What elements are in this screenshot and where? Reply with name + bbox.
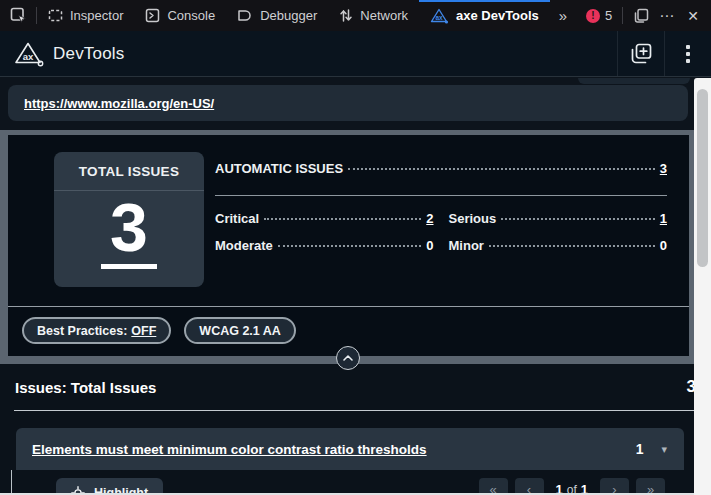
summary-panel: TOTAL ISSUES 3 AUTOMATIC ISSUES 3 Criti xyxy=(8,135,689,356)
tab-label: Debugger xyxy=(260,8,317,23)
tabbar-divider xyxy=(622,7,623,24)
summary-breakdown: AUTOMATIC ISSUES 3 Critical 2 Serious xyxy=(215,161,667,258)
element-picker-icon xyxy=(10,7,27,24)
standards-pills: Best Practices: OFF WCAG 2.1 AA xyxy=(22,317,296,344)
issue-row[interactable]: Elements must meet minimum color contras… xyxy=(16,428,684,470)
scrollbar-thumb[interactable] xyxy=(697,89,708,267)
kebab-menu-icon xyxy=(685,44,691,64)
issues-header: Issues: Total Issues 3 xyxy=(0,364,711,410)
severity-label: Critical xyxy=(215,211,259,226)
tab-inspector[interactable]: Inspector xyxy=(37,0,134,31)
panel-title: DevTools xyxy=(53,44,125,64)
collapse-summary-button[interactable] xyxy=(336,346,360,370)
dot-leader xyxy=(489,245,655,247)
dot-leader xyxy=(264,218,421,220)
best-practices-label: Best Practices: xyxy=(37,324,127,338)
best-practices-value: OFF xyxy=(131,324,156,338)
tab-overflow-button[interactable]: » xyxy=(550,7,575,24)
tab-label: Console xyxy=(167,8,215,23)
pills-divider xyxy=(8,306,689,307)
total-issues-card: TOTAL ISSUES 3 xyxy=(54,152,204,287)
scanned-url-card: https://www.mozilla.org/en-US/ xyxy=(8,85,688,121)
scrollbar-track[interactable] xyxy=(694,78,711,495)
severity-label: Minor xyxy=(449,238,484,253)
issues-heading: Issues: Total Issues xyxy=(15,379,156,396)
severity-label: Serious xyxy=(449,211,497,226)
console-icon xyxy=(145,8,160,23)
devtools-window: Inspector Console Debugger Network xyxy=(0,0,711,495)
severity-value: 0 xyxy=(660,238,667,253)
severity-row-moderate: Moderate 0 xyxy=(215,238,434,258)
severity-value: 0 xyxy=(426,238,433,253)
scanned-url-link[interactable]: https://www.mozilla.org/en-US/ xyxy=(24,96,214,111)
add-page-icon xyxy=(629,42,653,66)
issues-header-divider xyxy=(14,410,697,411)
error-count-badge[interactable]: ! 5 xyxy=(586,8,612,23)
tab-console[interactable]: Console xyxy=(134,0,226,31)
total-issues-label: TOTAL ISSUES xyxy=(54,152,204,191)
wcag-pill[interactable]: WCAG 2.1 AA xyxy=(184,317,296,344)
tab-label: Inspector xyxy=(70,8,123,23)
automatic-issues-value-link[interactable]: 3 xyxy=(660,161,667,176)
split-console-icon xyxy=(633,8,649,24)
automatic-issues-row: AUTOMATIC ISSUES 3 xyxy=(215,161,667,181)
wcag-label: WCAG 2.1 AA xyxy=(199,324,281,338)
axe-logo-icon: ax xyxy=(14,41,44,67)
tab-axe-devtools[interactable]: ax axe DevTools xyxy=(419,0,550,31)
error-icon: ! xyxy=(586,9,600,23)
summary-frame: TOTAL ISSUES 3 AUTOMATIC ISSUES 3 Criti xyxy=(0,130,694,364)
expand-caret-icon[interactable]: ▾ xyxy=(661,443,667,456)
options-menu-button[interactable] xyxy=(665,31,711,76)
issue-count: 1 xyxy=(636,441,644,457)
issue-detail-area: Highlight « ‹ 1 of 1 › » xyxy=(11,470,689,495)
devtools-tabbar: Inspector Console Debugger Network xyxy=(0,0,711,31)
network-icon xyxy=(339,8,353,23)
automatic-issues-label: AUTOMATIC ISSUES xyxy=(215,161,343,176)
severity-row-minor: Minor 0 xyxy=(449,238,668,258)
severity-row-serious: Serious 1 xyxy=(449,211,668,231)
breakdown-divider xyxy=(215,195,667,196)
dot-leader xyxy=(278,245,421,247)
tab-label: axe DevTools xyxy=(456,8,539,23)
element-picker-button[interactable] xyxy=(0,0,36,31)
split-console-button[interactable] xyxy=(633,8,649,24)
dot-leader xyxy=(348,168,655,170)
severity-row-critical: Critical 2 xyxy=(215,211,434,231)
axe-logo-icon: ax xyxy=(430,8,449,24)
tab-debugger[interactable]: Debugger xyxy=(226,0,328,31)
dot-leader xyxy=(501,218,655,220)
svg-text:ax: ax xyxy=(23,51,34,62)
scrolled-button-remnant xyxy=(578,78,690,84)
debugger-icon xyxy=(237,8,253,23)
severity-value-link[interactable]: 2 xyxy=(426,211,433,226)
best-practices-pill[interactable]: Best Practices: OFF xyxy=(22,317,171,344)
issue-title-link[interactable]: Elements must meet minimum color contras… xyxy=(32,442,427,457)
tabbar-right-controls: ! 5 ⋯ ✕ xyxy=(586,7,711,25)
inspector-icon xyxy=(48,8,63,23)
severity-label: Moderate xyxy=(215,238,273,253)
chevron-up-icon xyxy=(342,354,354,362)
axe-header: ax DevTools xyxy=(0,31,711,77)
close-devtools-button[interactable]: ✕ xyxy=(685,8,701,24)
total-issues-value-link[interactable]: 3 xyxy=(101,193,157,269)
axe-content: https://www.mozilla.org/en-US/ TOTAL ISS… xyxy=(0,77,711,495)
tab-label: Network xyxy=(360,8,408,23)
tab-network[interactable]: Network xyxy=(328,0,419,31)
svg-text:ax: ax xyxy=(435,14,443,21)
header-actions xyxy=(617,31,711,76)
severity-grid: Critical 2 Serious 1 Moderate 0 xyxy=(215,211,667,258)
error-count: 5 xyxy=(605,8,612,23)
devtools-menu-button[interactable]: ⋯ xyxy=(659,7,675,25)
severity-value-link[interactable]: 1 xyxy=(660,211,667,226)
issues-section: Issues: Total Issues 3 Elements must mee… xyxy=(0,364,711,495)
scan-new-page-button[interactable] xyxy=(618,31,664,76)
